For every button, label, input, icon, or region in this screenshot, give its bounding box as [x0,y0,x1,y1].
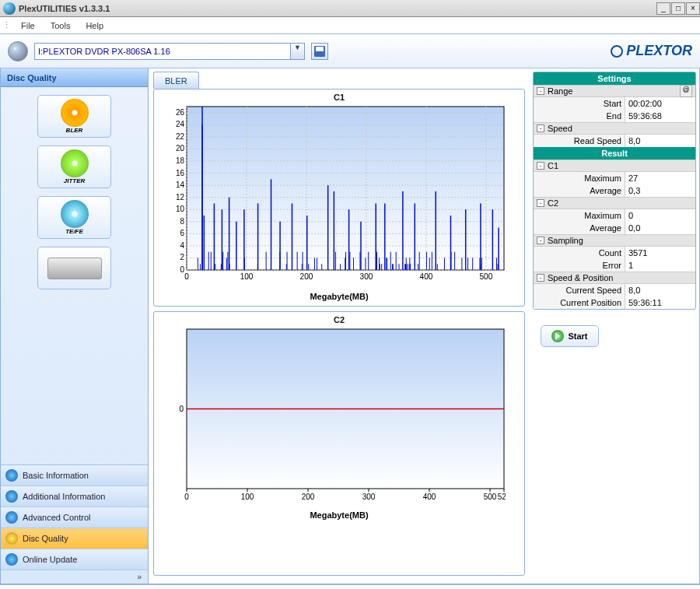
c2-max-value: 0 [625,209,695,222]
range-options-button[interactable]: @ [680,85,692,97]
svg-text:0: 0 [184,272,189,281]
chart-c1-xlabel: Megabyte(MB) [154,290,524,306]
drive-select[interactable]: I:PLEXTOR DVDR PX-806SA 1.16 [34,43,291,60]
minimize-button[interactable]: _ [656,2,670,15]
svg-rect-85 [399,264,400,270]
tool-tefe-button[interactable]: TE/FE [37,196,111,239]
svg-rect-80 [387,258,387,270]
current-speed-value: 8,0 [625,284,695,296]
center-panel: BLER C1 02468101214161820222426010020030… [149,68,530,584]
menu-tools[interactable]: Tools [43,19,79,33]
svg-rect-114 [222,209,223,270]
drive-select-value: I:PLEXTOR DVDR PX-806SA 1.16 [38,47,170,56]
svg-text:200: 200 [302,493,315,501]
start-button[interactable]: Start [541,325,599,347]
svg-rect-50 [227,252,228,270]
svg-rect-128 [384,203,386,270]
collapse-range-button[interactable]: - [537,87,544,95]
svg-rect-127 [375,203,376,270]
collapse-speed-button[interactable]: - [537,124,544,132]
nav-list: Basic Information Additional Information… [1,465,148,584]
svg-text:14: 14 [176,181,185,189]
svg-rect-104 [472,258,473,270]
svg-text:100: 100 [240,272,254,281]
svg-text:100: 100 [241,493,254,501]
right-panel: Settings -Range@ Start00:02:00 End59:36:… [530,68,699,584]
svg-rect-41 [198,258,198,270]
svg-rect-81 [390,252,391,270]
svg-text:22: 22 [176,132,185,141]
sampling-count-value: 3571 [625,247,695,259]
menu-file[interactable]: File [13,19,43,33]
nav-disc-quality[interactable]: Disc Quality [1,528,148,549]
window-title: PlexUTILITIES v1.3.3.1 [19,4,110,13]
result-heading: Result [534,147,695,160]
svg-rect-75 [376,252,377,270]
menu-help[interactable]: Help [78,19,111,33]
svg-rect-129 [402,191,404,270]
current-position-value: 59:36:11 [625,296,695,309]
close-button[interactable]: × [686,2,700,15]
range-end-value[interactable]: 59:36:68 [625,110,695,122]
svg-rect-112 [204,216,205,270]
svg-text:6: 6 [180,229,184,237]
tab-bler[interactable]: BLER [153,72,199,89]
read-speed-value[interactable]: 8,0 [625,135,695,147]
section-speed: -Speed [534,122,695,135]
svg-rect-74 [368,252,369,270]
collapse-sampling-button[interactable]: - [537,237,544,244]
tool-jitter-button[interactable]: JITTER [37,145,111,188]
svg-rect-120 [279,222,281,270]
svg-text:200: 200 [300,272,313,281]
sidebar-collapse-button[interactable]: » [1,570,148,584]
svg-rect-45 [211,252,212,270]
c1-avg-value: 0,3 [625,184,695,197]
save-button[interactable] [311,43,328,60]
section-sampling: -Sampling [534,234,695,247]
settings-heading: Settings [534,72,695,85]
svg-rect-66 [335,252,336,270]
svg-text:0: 0 [184,493,189,501]
collapse-c2-button[interactable]: - [537,199,544,207]
svg-rect-58 [297,252,298,270]
svg-rect-103 [467,258,468,270]
collapse-c1-button[interactable]: - [537,162,544,170]
svg-rect-83 [393,264,394,270]
svg-text:500: 500 [480,272,493,281]
nav-basic-information[interactable]: Basic Information [1,465,148,486]
svg-rect-122 [306,216,308,270]
svg-text:12: 12 [176,193,185,202]
main-area: Disc Quality BLER JITTER TE/FE Basic Inf… [0,68,700,584]
drive-dropdown-button[interactable]: ▼ [291,43,305,60]
svg-rect-118 [257,203,259,270]
svg-rect-124 [334,191,335,270]
chart-c1: C1 0246810121416182022242601002003004005… [153,89,525,307]
brand-logo: PLEXTOR [611,43,692,59]
chart-c2-title: C2 [154,312,524,328]
svg-text:26: 26 [176,108,185,117]
svg-rect-107 [481,258,482,270]
nav-additional-information[interactable]: Additional Information [1,486,148,507]
chart-c2-xlabel: Megabyte(MB) [154,509,524,524]
range-start-value[interactable]: 00:02:00 [625,97,695,110]
menu-bar: File Tools Help [0,17,700,34]
svg-rect-97 [432,252,432,270]
chart-c1-plot: 024681012141618202224260100200300400500 [163,105,506,284]
maximize-button[interactable]: □ [671,2,685,15]
nav-advanced-control[interactable]: Advanced Control [1,507,148,528]
svg-rect-96 [429,258,430,270]
tool-bler-button[interactable]: BLER [37,95,111,138]
svg-rect-44 [208,252,209,270]
svg-rect-119 [271,179,272,270]
sampling-error-value: 1 [625,259,695,272]
svg-rect-134 [480,203,481,270]
svg-rect-48 [222,252,223,270]
svg-rect-99 [444,258,445,270]
svg-rect-101 [454,252,455,270]
collapse-sp-button[interactable]: - [537,274,544,282]
tool-drive-button[interactable] [37,247,111,289]
svg-text:0: 0 [179,405,184,413]
svg-rect-63 [314,258,315,270]
nav-online-update[interactable]: Online Update [1,549,148,570]
chart-c1-title: C1 [154,89,524,105]
